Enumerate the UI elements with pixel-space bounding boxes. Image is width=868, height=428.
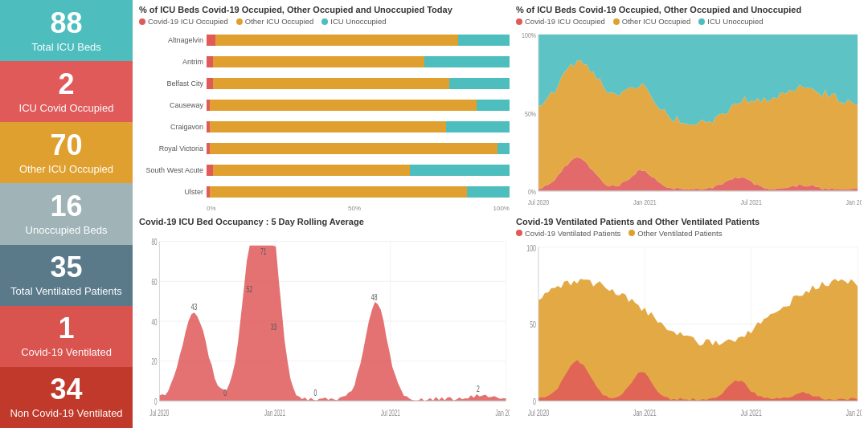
area-chart-legend-top: Covid-19 ICU OccupiedOther ICU OccupiedI… [516,17,862,26]
bar-unoccupied [446,121,510,132]
bar-chart-container: Altnagelvin Antrim Belfast City Causeway… [139,29,510,203]
bar-unoccupied [410,165,510,176]
dashboard: 88 Total ICU Beds 2 ICU Covid Occupied 7… [0,0,868,428]
sidebar: 88 Total ICU Beds 2 ICU Covid Occupied 7… [0,0,133,428]
svg-text:Jan 2021: Jan 2021 [633,408,657,418]
legend-dot [628,230,635,236]
stat-card-unoccupied-beds: 16 Unoccupied Beds [0,183,133,244]
bar-unoccupied [477,100,510,111]
stat-label: Total Ventilated Patients [4,285,129,297]
svg-text:Jul 2021: Jul 2021 [740,198,762,207]
legend-item: Covid-19 ICU Occupied [139,17,228,26]
svg-text:100: 100 [526,243,536,253]
bar-chart-legend: Covid-19 ICU OccupiedOther ICU OccupiedI… [139,17,510,26]
bottom-right-chart-wrapper: 050100Jul 2020Jan 2021Jul 2021Jan 2022 [516,241,862,424]
bar-label: South West Acute [139,166,203,174]
bar-unoccupied [424,56,510,67]
svg-text:Jan 2022: Jan 2022 [846,408,862,418]
svg-text:Jul 2021: Jul 2021 [381,408,400,418]
bar-row: Antrim [139,56,510,67]
svg-text:Jul 2020: Jul 2020 [528,408,549,418]
svg-text:Jul 2021: Jul 2021 [740,408,761,418]
bar-row: Ulster [139,186,510,198]
legend-dot [139,18,145,25]
svg-text:43: 43 [191,301,198,312]
legend-dot [613,18,620,25]
bar-stack [207,165,510,176]
area-chart-section-bottom: Covid-19 Ventilated Patients and Other V… [516,217,862,424]
bar-unoccupied [467,186,510,198]
line-chart-section: Covid-19 ICU Bed Occupancy : 5 Day Rolli… [139,217,510,424]
bar-unoccupied [458,35,510,46]
stat-number: 34 [50,375,82,404]
bar-covid [207,35,215,46]
bar-stack [207,186,510,198]
stat-number: 16 [50,192,82,221]
svg-text:52: 52 [247,283,253,293]
charts-top-row: % of ICU Beds Covid-19 Occupied, Other O… [139,5,862,212]
stat-label: Total ICU Beds [25,41,108,53]
svg-text:100%: 100% [522,31,536,40]
svg-text:33: 33 [271,321,277,332]
svg-text:Jul 2020: Jul 2020 [528,198,550,207]
legend-item: Other ICU Occupied [613,17,691,26]
legend-item: Other ICU Occupied [236,17,314,26]
bar-row: Craigavon [139,121,510,132]
bar-label: Antrim [139,58,203,66]
svg-text:50: 50 [530,320,536,329]
stat-card-icu-covid-occupied: 2 ICU Covid Occupied [0,61,133,122]
legend-dot [516,18,522,25]
svg-text:80: 80 [152,237,158,247]
bar-other [213,56,425,67]
line-chart-title: Covid-19 ICU Bed Occupancy : 5 Day Rolli… [139,217,510,226]
legend-dot [236,18,243,25]
bar-other [215,35,458,46]
main-content: % of ICU Beds Covid-19 Occupied, Other O… [133,0,868,428]
legend-dot [698,18,705,25]
stat-card-other-icu-occupied: 70 Other ICU Occupied [0,122,133,183]
area-chart-title-top: % of ICU Beds Covid-19 Occupied, Other O… [516,5,862,14]
bar-row: South West Acute [139,165,510,176]
area-chart-title-bottom: Covid-19 Ventilated Patients and Other V… [516,217,862,226]
legend-dot [321,18,328,25]
svg-text:0: 0 [154,397,158,406]
stat-label: ICU Covid Occupied [13,102,121,114]
stat-label: Unoccupied Beds [19,224,114,236]
bar-stack [207,121,510,132]
legend-item: ICU Unoccupied [698,17,763,26]
bottom-left-svg: 020406080Jul 2020Jan 2021Jul 2021Jan 202… [139,229,510,424]
bar-unoccupied [449,78,510,89]
stat-number: 1 [58,314,74,343]
svg-text:2: 2 [477,383,480,393]
svg-text:0: 0 [533,397,536,406]
bar-label: Causeway [139,101,203,109]
stat-number: 2 [58,70,74,99]
stat-label: Covid-19 Ventilated [14,346,118,358]
bottom-right-svg: 050100Jul 2020Jan 2021Jul 2021Jan 2022 [516,241,862,424]
svg-text:48: 48 [371,291,378,301]
svg-text:Jan 2022: Jan 2022 [495,408,510,418]
bar-covid [207,56,213,67]
stat-card-non-covid-19-ventilated: 34 Non Covid-19 Ventilated [0,367,133,428]
bar-stack [207,35,510,46]
bar-row: Royal Victoria [139,143,510,154]
bar-other [210,100,477,111]
top-right-chart-wrapper: 0%50%100%Jul 2020Jan 2021Jul 2021Jan 202… [516,29,862,212]
svg-text:0: 0 [223,387,227,397]
svg-text:Jan 2021: Jan 2021 [633,198,657,207]
bar-axis: 0% 50% 100% [139,205,510,212]
bar-label: Craigavon [139,123,203,131]
bottom-left-chart-wrapper: 020406080Jul 2020Jan 2021Jul 2021Jan 202… [139,229,510,424]
stat-number: 35 [50,253,82,282]
stat-label: Non Covid-19 Ventilated [3,407,129,419]
bar-other [210,121,446,132]
svg-text:20: 20 [152,357,158,366]
legend-item: Other Ventilated Patients [628,229,722,238]
bar-label: Ulster [139,188,203,196]
area-chart-legend-bottom: Covid-19 Ventilated PatientsOther Ventil… [516,229,862,238]
svg-text:Jan 2022: Jan 2022 [846,198,862,207]
stat-card-covid-19-ventilated: 1 Covid-19 Ventilated [0,306,133,367]
svg-text:50%: 50% [525,109,536,119]
bar-other [210,143,497,154]
bar-row: Altnagelvin [139,35,510,46]
